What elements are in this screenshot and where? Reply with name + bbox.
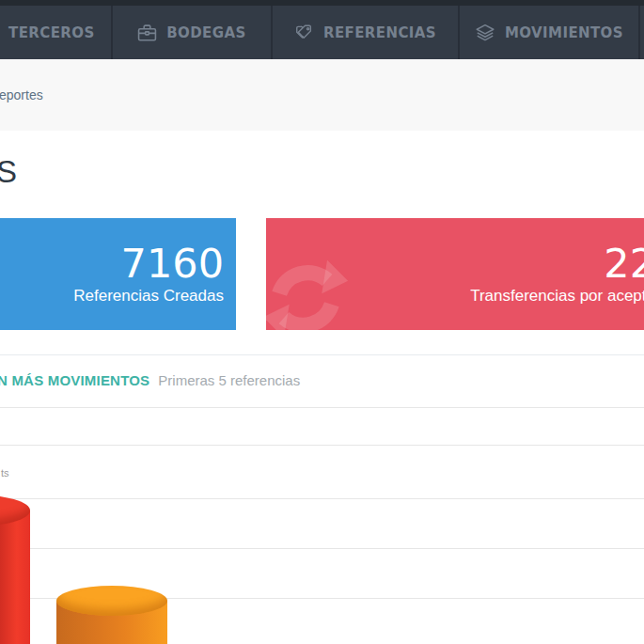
chart-bar-1[interactable] (0, 495, 30, 644)
stat-card-referencias-creadas: 7160 Referencias Creadas (0, 218, 236, 330)
chart-bar-top (56, 586, 167, 616)
breadcrumb[interactable]: eportes (0, 87, 43, 102)
nav-item-next-partial (640, 6, 644, 59)
nav-item-bodegas[interactable]: BODEGAS (113, 6, 273, 59)
chart-gridline (0, 548, 644, 549)
stat-card-text: 22 Transferencias por acepta (470, 242, 644, 306)
nav-item-referencias[interactable]: REFERENCIAS (273, 6, 460, 59)
nav-item-label: MOVIMIENTOS (505, 24, 623, 41)
briefcase-icon (137, 24, 157, 42)
stat-value: 7160 (73, 242, 224, 285)
chart-axis-label-fragment: ts (1, 467, 9, 479)
nav-item-label: TERCEROS (8, 24, 95, 41)
page-title: S (0, 154, 18, 190)
stat-card-text: 7160 Referencias Creadas (73, 242, 236, 306)
section-title-divider (0, 407, 644, 408)
nav-item-terceros[interactable]: TERCEROS (0, 6, 113, 59)
stat-card-transferencias: 22 Transferencias por acepta (266, 218, 644, 330)
panel-top-border (0, 354, 644, 355)
nav-item-label: REFERENCIAS (323, 24, 436, 41)
section-title: N MÁS MOVIMIENTOS (0, 372, 149, 388)
chart-bar-body (0, 510, 30, 644)
chart-gridline (0, 498, 644, 499)
navbar-items: TERCEROS BODEGAS (0, 6, 644, 59)
section-subtitle: Primeras 5 referencias (158, 372, 300, 388)
refresh-icon (266, 254, 351, 330)
stat-label: Transferencias por acepta (470, 285, 644, 306)
section-header: N MÁS MOVIMIENTOSPrimeras 5 referencias (0, 372, 300, 389)
nav-item-movimientos[interactable]: MOVIMIENTOS (460, 6, 640, 59)
chart-bar-2[interactable] (56, 586, 167, 644)
nav-item-label: BODEGAS (166, 24, 245, 41)
breadcrumb-bar: eportes (0, 59, 644, 131)
layers-icon (475, 23, 495, 42)
chart-gridline (0, 445, 644, 446)
movements-chart: ts (0, 414, 644, 644)
stat-value: 22 (470, 242, 644, 285)
dashboard-page: TERCEROS BODEGAS (0, 0, 644, 644)
stat-label: Referencias Creadas (73, 285, 224, 306)
top-navbar: TERCEROS BODEGAS (0, 0, 644, 59)
tags-icon (294, 24, 314, 42)
